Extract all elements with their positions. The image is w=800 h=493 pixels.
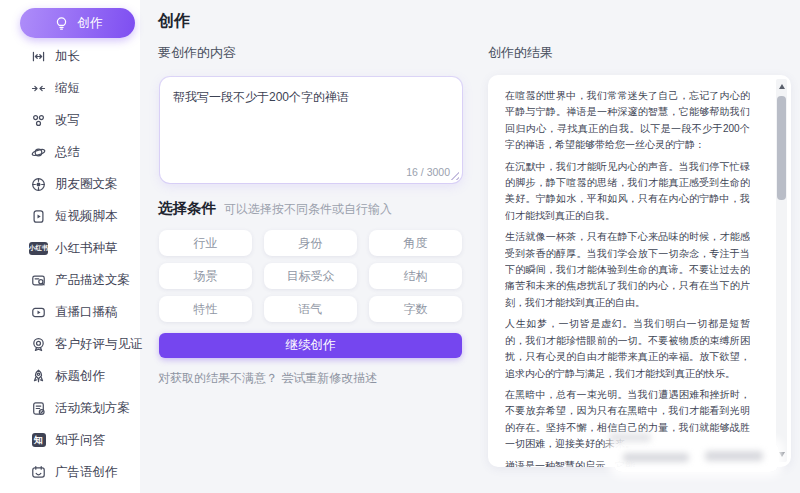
rewrite-icon	[30, 112, 47, 129]
sidebar-item-shorten[interactable]: 缩短	[0, 72, 140, 104]
sidebar-item-moments-copy[interactable]: 朋友圈文案	[0, 168, 140, 200]
bulb-icon	[53, 15, 70, 32]
result-text: 在喧嚣的世界中，我们常常迷失了自己，忘记了内心的平静与宁静。禅语是一种深邃的智慧…	[505, 88, 750, 467]
sidebar-item-label: 总结	[55, 144, 80, 161]
sidebar-item-event-planning[interactable]: 活动策划方案	[0, 392, 140, 424]
sidebar-item-summarize[interactable]: 总结	[0, 136, 140, 168]
sidebar-item-label: 客户好评与见证	[55, 336, 143, 353]
sidebar-item-label: 朋友圈文案	[55, 176, 118, 193]
sidebar-item-customer-testimonial[interactable]: 客户好评与见证	[0, 328, 140, 360]
sidebar-item-label: 产品描述文案	[55, 272, 130, 289]
product-icon	[30, 272, 47, 289]
sidebar-item-label: 广告语创作	[55, 464, 118, 481]
conditions-header: 选择条件可以选择按不同条件或自行输入	[158, 199, 392, 218]
sidebar-item-short-video-script[interactable]: 短视频脚本	[0, 200, 140, 232]
result-paragraph: 在喧嚣的世界中，我们常常迷失了自己，忘记了内心的平静与宁静。禅语是一种深邃的智慧…	[505, 88, 750, 154]
badge-text: 知	[32, 433, 46, 447]
sidebar-item-rewrite[interactable]: 改写	[0, 104, 140, 136]
sidebar-item-title-creation[interactable]: 标题创作	[0, 360, 140, 392]
condition-button-word-count[interactable]: 字数	[369, 296, 462, 322]
scrollbar-down-icon[interactable]	[779, 452, 785, 457]
condition-button-angle[interactable]: 角度	[369, 230, 462, 256]
rocket-icon	[30, 368, 47, 385]
watermark-blur	[613, 442, 779, 472]
conditions-title: 选择条件	[158, 200, 216, 216]
conditions-subtitle: 可以选择按不同条件或自行输入	[224, 202, 392, 216]
condition-button-target-audience[interactable]: 目标受众	[264, 263, 357, 289]
moments-icon	[30, 176, 47, 193]
scrollbar-up-icon[interactable]	[779, 84, 785, 89]
plan-icon	[30, 400, 47, 417]
result-paragraph: 人生如梦，一切皆是虚幻。当我们明白一切都是短暂的，我们才能珍惜眼前的一切。不要被…	[505, 316, 750, 382]
compose-card: 帮我写一段不少于200个字的禅语 16 / 3000	[160, 77, 462, 183]
result-section-label: 创作的结果	[488, 44, 553, 62]
shorten-icon	[30, 80, 47, 97]
short-video-icon	[30, 208, 47, 225]
scrollbar-thumb[interactable]	[777, 96, 786, 200]
sidebar-item-label: 直播口播稿	[55, 304, 118, 321]
sidebar-item-product-description[interactable]: 产品描述文案	[0, 264, 140, 296]
sidebar-item-label: 改写	[55, 112, 80, 129]
zhihu-qa-badge-icon: 知	[30, 432, 47, 449]
conditions-grid: 行业身份角度场景目标受众结构特性语气字数	[159, 230, 462, 322]
sidebar-item-label: 标题创作	[55, 368, 105, 385]
sidebar-item-label: 短视频脚本	[55, 208, 118, 225]
result-paragraph: 在沉默中，我们才能听见内心的声音。当我们停下忙碌的脚步，静下喧嚣的思绪，我们才能…	[505, 159, 750, 225]
compose-section-label: 要创作的内容	[158, 44, 236, 62]
continue-create-button[interactable]: 继续创作	[159, 333, 462, 358]
sidebar-item-label: 缩短	[55, 80, 80, 97]
xiaohongshu-seeding-badge-icon: 小红书	[30, 240, 47, 257]
sidebar-item-lengthen[interactable]: 加长	[0, 40, 140, 72]
sidebar-menu: 创作加长缩短改写总结朋友圈文案短视频脚本小红书小红书种草产品描述文案直播口播稿客…	[0, 8, 140, 488]
sidebar-item-label: 知乎问答	[55, 432, 105, 449]
sidebar-item-create[interactable]: 创作	[20, 8, 135, 38]
watermark-smudge	[623, 453, 689, 462]
condition-button-identity[interactable]: 身份	[264, 230, 357, 256]
sidebar-item-label: 小红书种草	[55, 240, 118, 257]
page-title: 创作	[158, 11, 190, 32]
badge-text: 小红书	[29, 242, 49, 255]
condition-button-feature[interactable]: 特性	[159, 296, 252, 322]
condition-button-tone[interactable]: 语气	[264, 296, 357, 322]
result-card: 在喧嚣的世界中，我们常常迷失了自己，忘记了内心的平静与宁静。禅语是一种深邃的智慧…	[488, 75, 791, 467]
result-scrollbar[interactable]	[776, 79, 787, 462]
sidebar-item-label: 加长	[55, 48, 80, 65]
sidebar-item-label: 创作	[78, 15, 103, 32]
watermark-smudge	[705, 451, 763, 461]
sidebar-item-livestream-script[interactable]: 直播口播稿	[0, 296, 140, 328]
sidebar-item-zhihu-qa[interactable]: 知知乎问答	[0, 424, 140, 456]
sidebar: 创作加长缩短改写总结朋友圈文案短视频脚本小红书小红书种草产品描述文案直播口播稿客…	[0, 0, 140, 493]
sidebar-item-slogan-creation[interactable]: 广告语创作	[0, 456, 140, 488]
planet-icon	[30, 144, 47, 161]
result-paragraph: 生活就像一杯茶，只有在静下心来品味的时候，才能感受到茶香的醇厚。当我们学会放下一…	[505, 229, 750, 311]
lengthen-icon	[30, 48, 47, 65]
ad-icon	[30, 464, 47, 481]
condition-button-structure[interactable]: 结构	[369, 263, 462, 289]
sidebar-item-xiaohongshu-seeding[interactable]: 小红书小红书种草	[0, 232, 140, 264]
app-root: 创作加长缩短改写总结朋友圈文案短视频脚本小红书小红书种草产品描述文案直播口播稿客…	[0, 0, 800, 493]
watermark-smudge	[609, 433, 651, 442]
livestream-icon	[30, 304, 47, 321]
condition-button-scene[interactable]: 场景	[159, 263, 252, 289]
medal-icon	[30, 336, 47, 353]
char-counter: 16 / 3000	[406, 166, 450, 178]
sidebar-item-label: 活动策划方案	[55, 400, 130, 417]
retry-hint: 对获取的结果不满意？ 尝试重新修改描述	[158, 370, 377, 387]
condition-button-industry[interactable]: 行业	[159, 230, 252, 256]
